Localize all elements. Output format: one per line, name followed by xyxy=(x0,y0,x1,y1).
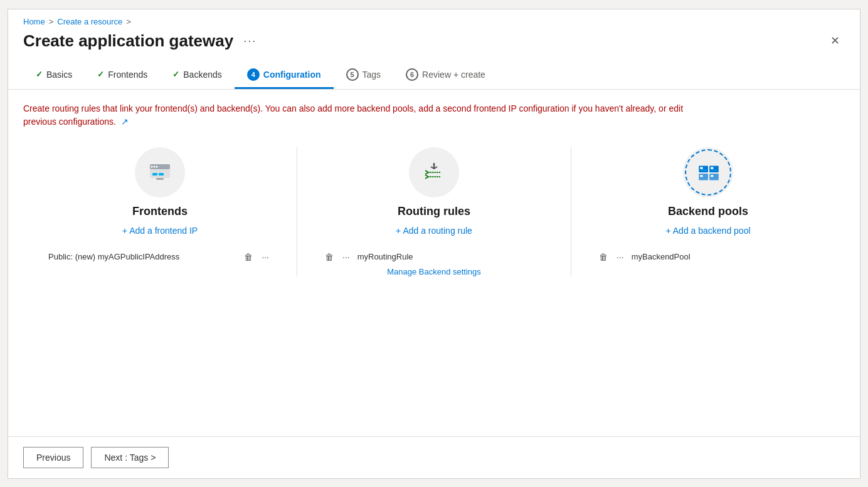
tabs-bar: ✓ Basics ✓ Frontends ✓ Backends 4 Config… xyxy=(8,61,860,90)
title-row: Create application gateway ··· ✕ xyxy=(8,26,860,61)
check-icon-backends: ✓ xyxy=(172,70,179,79)
frontends-icon xyxy=(135,147,185,197)
backend-pool-more-button[interactable]: ··· xyxy=(614,251,627,263)
routing-rule-more-button[interactable]: ··· xyxy=(340,251,352,263)
tab-review-label: Review + create xyxy=(422,70,485,80)
svg-rect-7 xyxy=(156,178,164,180)
tab-frontends-label: Frontends xyxy=(108,70,147,80)
frontend-item-label: Public: (new) myAGPublicIPAddress xyxy=(48,252,179,261)
frontend-delete-button[interactable]: 🗑 xyxy=(241,251,255,263)
routing-rules-icon xyxy=(409,147,459,197)
routing-rules-svg-icon xyxy=(421,160,447,185)
manage-backend-settings-link[interactable]: Manage Backend settings xyxy=(322,267,546,276)
routing-rule-item-row: 🗑 ··· myRoutingRule xyxy=(322,251,546,263)
breadcrumb: Home > Create a resource > xyxy=(8,9,860,26)
info-external-link[interactable]: ↗ xyxy=(121,117,129,127)
routing-rule-item-actions: 🗑 ··· xyxy=(322,251,352,263)
backend-pools-icon xyxy=(683,147,733,197)
frontend-item-row: Public: (new) myAGPublicIPAddress 🗑 ··· xyxy=(48,251,272,263)
svg-rect-2 xyxy=(152,173,157,175)
svg-point-6 xyxy=(156,165,158,167)
ellipsis-button[interactable]: ··· xyxy=(240,33,260,49)
routing-rule-item-label: myRoutingRule xyxy=(357,252,546,261)
tab-basics[interactable]: ✓ Basics xyxy=(23,62,85,88)
tab-configuration[interactable]: 4 Configuration xyxy=(235,61,334,89)
tab-basics-label: Basics xyxy=(46,70,72,80)
page-title: Create application gateway xyxy=(23,31,233,51)
breadcrumb-sep1: > xyxy=(49,17,54,26)
breadcrumb-sep2: > xyxy=(126,17,131,26)
tab-backends[interactable]: ✓ Backends xyxy=(160,62,234,88)
svg-rect-1 xyxy=(150,164,170,169)
breadcrumb-create-resource[interactable]: Create a resource xyxy=(57,17,122,26)
frontend-svg-icon xyxy=(147,160,172,185)
tab-num-review: 6 xyxy=(406,68,418,81)
add-backend-pool-link[interactable]: + Add a backend pool xyxy=(665,226,750,236)
svg-point-4 xyxy=(151,165,153,167)
backend-pool-item-label: myBackendPool xyxy=(632,252,820,261)
svg-point-5 xyxy=(154,165,156,167)
backend-pools-column: Backend pools + Add a backend pool 🗑 ···… xyxy=(571,147,845,276)
frontends-column: Frontends + Add a frontend IP Public: (n… xyxy=(23,147,297,276)
title-left: Create application gateway ··· xyxy=(23,31,260,51)
previous-button[interactable]: Previous xyxy=(23,447,83,468)
add-frontend-ip-link[interactable]: + Add a frontend IP xyxy=(122,226,198,236)
check-icon-frontends: ✓ xyxy=(97,70,104,79)
next-button[interactable]: Next : Tags > xyxy=(91,447,169,468)
svg-rect-3 xyxy=(159,173,164,175)
frontend-more-button[interactable]: ··· xyxy=(259,251,272,263)
backend-pool-item-actions: 🗑 ··· xyxy=(596,251,627,263)
frontend-item-actions: 🗑 ··· xyxy=(241,251,272,263)
tab-backends-label: Backends xyxy=(183,70,221,80)
tab-tags-label: Tags xyxy=(363,70,381,80)
content-area: Create routing rules that link your fron… xyxy=(8,90,860,436)
routing-rules-column: Routing rules + Add a routing rule 🗑 ···… xyxy=(297,147,571,276)
backend-pool-delete-button[interactable]: 🗑 xyxy=(596,251,610,263)
footer: Previous Next : Tags > xyxy=(8,436,860,478)
tab-num-tags: 5 xyxy=(346,68,359,81)
tab-review[interactable]: 6 Review + create xyxy=(393,61,498,89)
create-gateway-panel: Home > Create a resource > Create applic… xyxy=(8,9,860,479)
breadcrumb-home[interactable]: Home xyxy=(23,17,45,26)
tab-frontends[interactable]: ✓ Frontends xyxy=(85,62,160,88)
backend-pools-column-title: Backend pools xyxy=(668,205,748,218)
tab-num-configuration: 4 xyxy=(247,68,260,81)
routing-rule-delete-button[interactable]: 🗑 xyxy=(322,251,336,263)
check-icon-basics: ✓ xyxy=(36,70,43,79)
backend-pool-item-row: 🗑 ··· myBackendPool xyxy=(596,251,820,263)
routing-rules-column-title: Routing rules xyxy=(398,205,470,218)
dashed-border-decoration xyxy=(685,149,731,196)
close-button[interactable]: ✕ xyxy=(825,31,845,50)
tab-configuration-label: Configuration xyxy=(263,70,321,80)
frontends-column-title: Frontends xyxy=(132,205,188,218)
tab-tags[interactable]: 5 Tags xyxy=(334,61,394,89)
add-routing-rule-link[interactable]: + Add a routing rule xyxy=(396,226,472,236)
info-text: Create routing rules that link your fron… xyxy=(23,102,713,128)
configuration-columns: Frontends + Add a frontend IP Public: (n… xyxy=(23,147,845,276)
